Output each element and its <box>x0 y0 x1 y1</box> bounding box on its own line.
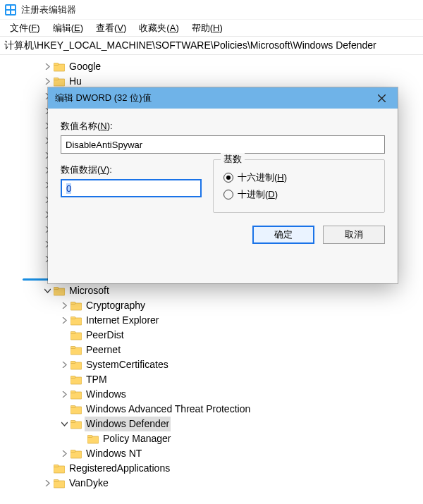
titlebar: 注册表编辑器 <box>0 0 423 20</box>
chevron-right-icon[interactable] <box>59 301 69 311</box>
value-data-input[interactable] <box>61 179 202 197</box>
tree-node-peerdist[interactable]: PeerDist <box>0 328 423 343</box>
folder-icon <box>70 449 82 459</box>
tree-label: Internet Explorer <box>85 313 161 328</box>
expander-none <box>76 434 86 444</box>
tree-label: VanDyke <box>68 476 110 491</box>
tree-node-policy-manager[interactable]: Policy Manager <box>0 431 423 446</box>
folder-icon <box>70 360 82 370</box>
chevron-right-icon[interactable] <box>59 360 69 370</box>
folder-icon <box>54 62 65 72</box>
address-path: 计算机\HKEY_LOCAL_MACHINE\SOFTWARE\Policies… <box>4 39 376 51</box>
expander-none <box>42 464 52 474</box>
menu-file-label: 文件 <box>10 23 28 33</box>
chevron-right-icon[interactable] <box>42 77 52 87</box>
folder-icon <box>70 316 82 326</box>
folder-icon <box>70 331 82 340</box>
tree-node-tpm[interactable]: TPM <box>0 372 423 387</box>
folder-icon <box>54 77 65 87</box>
menu-favorites-label: 收藏夹 <box>139 23 166 33</box>
value-name-input[interactable] <box>61 135 385 154</box>
folder-icon <box>54 464 65 474</box>
chevron-right-icon[interactable] <box>42 62 52 72</box>
cancel-button[interactable]: 取消 <box>323 226 385 244</box>
expander-none <box>59 375 69 385</box>
menubar: 文件(F) 编辑(E) 查看(V) 收藏夹(A) 帮助(H) <box>0 20 423 37</box>
chevron-right-icon[interactable] <box>59 316 69 326</box>
menu-edit-label: 编辑 <box>53 23 71 33</box>
tree-label: Windows Defender <box>85 417 171 431</box>
value-data-label: 数值数据(V): <box>61 164 202 176</box>
tree-label: Microsoft <box>68 283 111 298</box>
tree-node-vandyke[interactable]: VanDyke <box>0 476 423 491</box>
tree-label: Hu <box>68 74 83 89</box>
folder-icon <box>70 301 82 311</box>
tree-label: Windows <box>85 387 128 402</box>
menu-help-key: H <box>213 23 219 33</box>
radio-label: 十进制(D) <box>238 188 278 201</box>
chevron-right-icon[interactable] <box>59 449 69 459</box>
radio-hex[interactable]: 十六进制(H) <box>223 171 374 184</box>
radio-icon <box>223 173 233 183</box>
tree-node-microsoft[interactable]: Microsoft <box>0 283 423 298</box>
folder-icon <box>70 345 82 355</box>
tree-node-google[interactable]: Google <box>0 59 423 74</box>
tree-node-peernet[interactable]: Peernet <box>0 343 423 357</box>
base-legend: 基数 <box>221 153 245 166</box>
tree-label: SystemCertificates <box>85 357 170 372</box>
ok-button[interactable]: 确定 <box>252 226 314 244</box>
chevron-right-icon[interactable] <box>42 479 52 488</box>
chevron-right-icon[interactable] <box>59 390 69 400</box>
dialog-title: 编辑 DWORD (32 位)值 <box>55 92 152 104</box>
menu-view-label: 查看 <box>96 23 114 33</box>
label-text: 数值名称(N): <box>61 121 113 131</box>
tree-label: TPM <box>85 372 109 387</box>
base-groupbox: 基数 十六进制(H) 十进制(D) <box>213 159 385 213</box>
tree-node-windows[interactable]: Windows <box>0 387 423 402</box>
tree-node-huawei[interactable]: Hu <box>0 74 423 89</box>
expander-none <box>59 405 69 414</box>
menu-help[interactable]: 帮助(H) <box>186 20 228 36</box>
menu-favorites-key: A <box>170 23 176 33</box>
tree-node-cryptography[interactable]: Cryptography <box>0 298 423 313</box>
label-text: 数值数据(V): <box>61 164 112 175</box>
menu-file[interactable]: 文件(F) <box>4 20 46 36</box>
expander-none <box>59 345 69 355</box>
close-button[interactable] <box>365 87 398 109</box>
folder-icon <box>70 390 82 400</box>
tree-node-windows-nt[interactable]: Windows NT <box>0 446 423 461</box>
tree-node-windows-defender[interactable]: Windows Defender <box>0 417 423 431</box>
tree-node-watp[interactable]: Windows Advanced Threat Protection <box>0 402 423 417</box>
value-name-label: 数值名称(N): <box>61 120 385 133</box>
edit-dword-dialog: 编辑 DWORD (32 位)值 数值名称(N): 数值数据(V): 基数 <box>48 87 398 283</box>
radio-label: 十六进制(H) <box>238 171 287 184</box>
chevron-down-icon[interactable] <box>59 419 69 429</box>
menu-view[interactable]: 查看(V) <box>90 20 132 36</box>
folder-icon <box>54 286 65 296</box>
menu-favorites[interactable]: 收藏夹(A) <box>133 20 184 36</box>
tree-label: Windows NT <box>85 446 143 461</box>
tree-label: Google <box>68 59 102 74</box>
menu-edit[interactable]: 编辑(E) <box>47 20 89 36</box>
dialog-titlebar[interactable]: 编辑 DWORD (32 位)值 <box>48 87 398 109</box>
menu-file-key: F <box>31 23 37 33</box>
folder-icon <box>87 434 99 444</box>
close-icon <box>378 94 386 102</box>
window-title: 注册表编辑器 <box>21 4 76 16</box>
chevron-down-icon[interactable] <box>42 286 52 296</box>
dialog-body: 数值名称(N): 数值数据(V): 基数 十六进制(H) <box>48 109 398 254</box>
menu-edit-key: E <box>74 23 80 33</box>
radio-dec[interactable]: 十进制(D) <box>223 188 374 201</box>
address-bar[interactable]: 计算机\HKEY_LOCAL_MACHINE\SOFTWARE\Policies… <box>0 37 423 55</box>
folder-icon <box>70 375 82 385</box>
expander-none <box>59 331 69 340</box>
tree-label: Peernet <box>85 343 122 357</box>
tree-node-ie[interactable]: Internet Explorer <box>0 313 423 328</box>
folder-icon <box>54 479 65 488</box>
tree-label: Policy Manager <box>102 431 173 446</box>
app-icon <box>4 4 17 16</box>
tree-node-registeredapps[interactable]: RegisteredApplications <box>0 461 423 476</box>
radio-icon <box>223 190 233 199</box>
tree-node-systemcerts[interactable]: SystemCertificates <box>0 357 423 372</box>
tree-label: Windows Advanced Threat Protection <box>85 402 252 417</box>
